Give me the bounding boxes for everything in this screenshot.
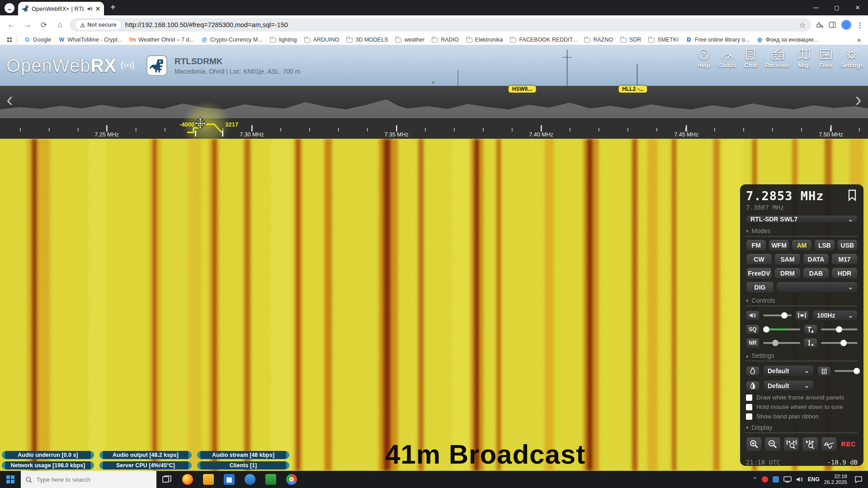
mode-am[interactable]: AM [792,239,812,251]
start-button[interactable] [0,471,21,488]
spectrum-toggle-button[interactable] [821,437,837,451]
bandwidth-select[interactable]: 100Hz ⌄ [812,310,858,321]
background-select[interactable]: Default ⌄ [763,380,814,391]
browser-menu-icon[interactable]: ⋮ [856,21,863,29]
new-tab-button[interactable]: + [110,2,116,13]
receiver-avatar[interactable] [146,55,167,76]
digimode-select[interactable]: ⌄ [776,282,858,293]
slider-knob[interactable] [836,326,842,333]
taskbar-app-firefox[interactable] [177,471,198,488]
mute-button[interactable] [746,310,760,320]
tuner-marker[interactable]: -4000 3217 [176,119,249,139]
notification-center-button[interactable] [852,476,865,483]
taskbar-app-chrome[interactable] [281,471,302,488]
bookmark-link[interactable]: фФонд за иновации... [753,37,822,43]
tab-audio-icon[interactable] [87,6,93,12]
nav-files[interactable]: Files [819,48,833,69]
tuned-frequency[interactable]: 7.2853 MHz [746,189,824,203]
slider-knob[interactable] [854,368,860,374]
pan-right-icon[interactable]: › [855,89,862,109]
taskbar-clock[interactable]: 22:18 26.2.2025 [824,474,847,485]
url-text[interactable]: http://192.168.100.50/#freq=7285300,mod=… [125,21,288,28]
bookmark-link[interactable]: GGoogle [20,37,55,43]
language-indicator[interactable]: ENG [808,476,820,483]
panel-frame-button[interactable]: [|] [817,366,831,376]
waterfall-level-slider[interactable] [821,326,858,333]
zoom-in-button[interactable] [746,437,762,451]
bookmark-star-icon[interactable]: ☆ [799,21,806,29]
home-icon[interactable]: ⌂ [53,18,67,32]
bookmark-icon[interactable] [847,189,858,202]
bookmark-link[interactable]: fmWeather Ohrid – 7 d... [126,37,198,43]
zoom-out-button[interactable] [764,437,780,451]
bookmarks-overflow-icon[interactable]: » [854,36,864,43]
window-minimize-button[interactable]: — [806,0,826,15]
back-icon[interactable]: ← [5,18,18,32]
taskbar-app-blue[interactable] [240,471,260,488]
bookmark-folder[interactable]: FACEBOOK REDDIT... [506,37,580,43]
bookmark-folder[interactable]: SMETKI [645,37,682,43]
opacity-slider[interactable] [835,368,858,374]
section-settings[interactable]: ▴ Settings [746,352,858,361]
volume-slider[interactable] [763,312,792,319]
taskbar-app-calculator[interactable]: ▦ [219,471,240,488]
bookmark-link[interactable]: WWhatToMine - Crypt... [55,37,126,43]
taskbar-app-files[interactable] [198,471,219,488]
address-bar[interactable]: ⚠ Not secure http://192.168.100.50/#freq… [70,18,811,32]
noise-reduction-slider[interactable] [763,340,800,346]
reload-icon[interactable]: ⟳ [37,18,51,32]
section-modes[interactable]: ▾ Modes [746,227,858,237]
tab-close-icon[interactable]: ✕ [95,5,100,12]
side-panel-icon[interactable] [828,21,836,29]
window-close-button[interactable]: ✕ [847,0,868,15]
station-bookmark-tag[interactable]: HSW6... [508,85,537,93]
checkbox-white-frame[interactable] [746,394,752,401]
nav-receiver[interactable]: Receiver [765,48,789,69]
bookmark-folder[interactable]: weather [392,37,428,43]
mode-freedv[interactable]: FreeDV [746,267,772,279]
waterfall-max-slider[interactable] [821,340,858,346]
checkbox-wheel-tune[interactable] [746,404,752,410]
slider-knob[interactable] [763,326,769,333]
squelch-button[interactable]: SQ [746,324,760,334]
station-bookmark-tag[interactable]: HLL2 -... [618,85,647,93]
mode-sam[interactable]: SAM [774,253,801,265]
mode-wfm[interactable]: WFM [769,239,789,251]
nav-settings[interactable]: Settings [840,48,863,69]
squelch-slider[interactable] [763,326,800,333]
noise-reduction-button[interactable]: NR [746,338,760,348]
waterfall-theme-button[interactable] [746,366,760,376]
bookmark-folder[interactable]: SDR [617,37,645,43]
tray-app-icon[interactable] [762,476,768,483]
pan-left-icon[interactable]: ‹ [6,89,13,109]
profile-select[interactable]: RTL-SDR SWL7 ⌄ [746,215,858,223]
contrast-button[interactable] [746,381,760,391]
zoom-band-out-button[interactable] [802,437,818,451]
checkbox-band-ribbon[interactable] [746,413,752,420]
mode-hdr[interactable]: HDR [831,267,858,279]
bookmark-link[interactable]: @Crypto-Currency M... [198,37,266,43]
section-controls[interactable]: ▾ Controls [746,297,858,306]
bookmark-folder[interactable]: 3D MODELS [343,37,392,43]
mode-fm[interactable]: FM [746,239,766,251]
forward-icon[interactable]: → [21,18,34,32]
bandwidth-squeeze-button[interactable] [795,310,809,320]
network-icon[interactable] [783,476,792,483]
extensions-puzzle-icon[interactable] [816,21,824,29]
mode-m17[interactable]: M17 [831,253,858,265]
bookmark-folder[interactable]: Elektronika [462,37,507,43]
mode-data[interactable]: DATA [803,253,829,265]
profile-avatar[interactable] [841,19,852,30]
search-input[interactable] [36,476,144,483]
bookmark-folder[interactable]: ARDUINO [301,37,343,43]
mode-drm[interactable]: DRM [774,267,801,279]
bookmark-folder[interactable]: lighting [266,37,301,43]
bookmark-folder[interactable]: RAZNO [580,37,617,43]
nav-map[interactable]: Map [797,48,811,69]
tray-expand-icon[interactable]: ⌃ [753,476,757,483]
bookmark-folder[interactable]: RADIO [428,37,462,43]
slider-knob[interactable] [772,340,778,346]
header-collapse-icon[interactable]: ▼ [430,80,436,86]
frequency-scale[interactable]: 7.25 MHz7.30 MHz7.35 MHz7.40 MHz7.45 MHz… [0,118,868,139]
task-view-button[interactable] [156,471,177,488]
